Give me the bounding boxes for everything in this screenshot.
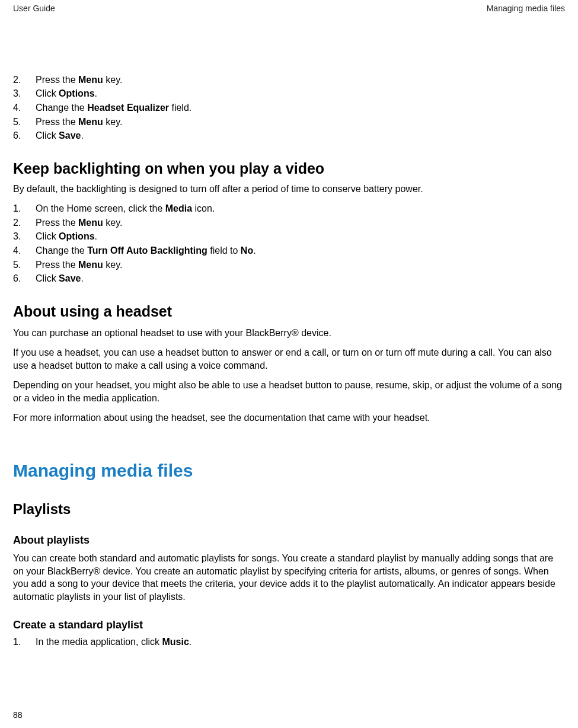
steps-create-playlist: 1.In the media application, click Music. — [13, 636, 565, 649]
header-right: Managing media files — [487, 3, 565, 14]
page-number: 88 — [13, 710, 23, 721]
step-text: Press the Menu key. — [36, 216, 565, 229]
heading-managing-media: Managing media files — [13, 459, 565, 483]
step-item: 3.Click Options. — [13, 87, 565, 100]
step-item: 4.Change the Headset Equalizer field. — [13, 101, 565, 114]
paragraph: If you use a headset, you can use a head… — [13, 346, 565, 372]
heading-create-playlist: Create a standard playlist — [13, 618, 565, 632]
heading-backlighting: Keep backlighting on when you play a vid… — [13, 159, 565, 179]
step-text: In the media application, click Music. — [36, 636, 565, 649]
heading-headset: About using a headset — [13, 302, 565, 322]
step-num: 5. — [13, 258, 36, 272]
paragraph: For more information about using the hea… — [13, 411, 565, 424]
step-num: 3. — [13, 230, 36, 243]
step-text: Press the Menu key. — [36, 258, 565, 272]
step-text: Click Save. — [36, 272, 565, 285]
paragraph: Depending on your headset, you might als… — [13, 379, 565, 404]
header-left: User Guide — [13, 3, 55, 14]
step-item: 1.In the media application, click Music. — [13, 636, 565, 649]
step-text: Change the Turn Off Auto Backlighting fi… — [36, 244, 565, 257]
steps-top: 2.Press the Menu key. 3.Click Options. 4… — [13, 74, 565, 142]
step-item: 5.Press the Menu key. — [13, 116, 565, 129]
step-item: 3.Click Options. — [13, 230, 565, 243]
step-text: Click Options. — [36, 87, 565, 100]
paragraph: By default, the backlighting is designed… — [13, 183, 565, 196]
step-item: 6.Click Save. — [13, 129, 565, 142]
step-num: 5. — [13, 116, 36, 129]
step-num: 6. — [13, 129, 36, 142]
step-text: Click Save. — [36, 129, 565, 142]
step-item: 2.Press the Menu key. — [13, 216, 565, 229]
paragraph: You can purchase an optional headset to … — [13, 327, 565, 340]
step-text: Press the Menu key. — [36, 116, 565, 129]
page: User Guide Managing media files 2.Press … — [0, 0, 578, 649]
step-num: 3. — [13, 87, 36, 100]
content: 2.Press the Menu key. 3.Click Options. 4… — [13, 74, 565, 649]
step-num: 4. — [13, 101, 36, 114]
step-text: Press the Menu key. — [36, 74, 565, 87]
paragraph: You can create both standard and automat… — [13, 552, 565, 603]
step-item: 2.Press the Menu key. — [13, 74, 565, 87]
running-header: User Guide Managing media files — [13, 3, 565, 14]
step-text: On the Home screen, click the Media icon… — [36, 202, 565, 215]
step-text: Click Options. — [36, 230, 565, 243]
step-item: 5.Press the Menu key. — [13, 258, 565, 272]
heading-playlists: Playlists — [13, 500, 565, 519]
heading-about-playlists: About playlists — [13, 533, 565, 547]
step-num: 2. — [13, 74, 36, 87]
step-item: 6.Click Save. — [13, 272, 565, 285]
step-item: 1.On the Home screen, click the Media ic… — [13, 202, 565, 215]
step-item: 4.Change the Turn Off Auto Backlighting … — [13, 244, 565, 257]
step-num: 1. — [13, 636, 36, 649]
step-num: 6. — [13, 272, 36, 285]
step-num: 2. — [13, 216, 36, 229]
step-text: Change the Headset Equalizer field. — [36, 101, 565, 114]
step-num: 4. — [13, 244, 36, 257]
step-num: 1. — [13, 202, 36, 215]
steps-backlighting: 1.On the Home screen, click the Media ic… — [13, 202, 565, 285]
